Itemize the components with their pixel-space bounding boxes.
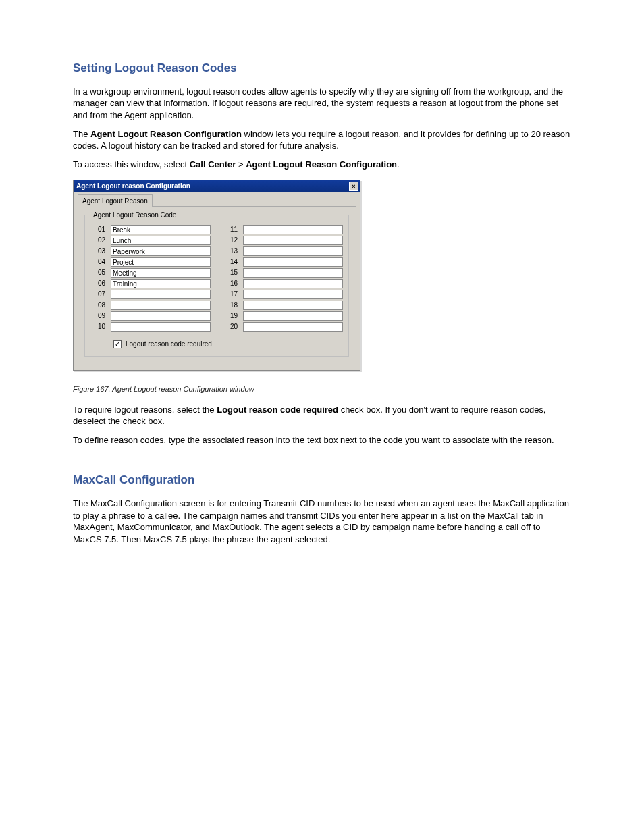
reason-row: 06 [90, 279, 211, 288]
reason-number: 15 [223, 268, 238, 278]
fieldset-legend: Agent Logout Reason Code [90, 211, 179, 220]
reason-number: 19 [223, 311, 238, 321]
reason-number: 03 [90, 246, 105, 256]
text: The [73, 129, 90, 139]
reason-input[interactable] [111, 246, 211, 256]
reason-row: 17 [223, 290, 343, 299]
reason-row: 02 [90, 236, 211, 245]
reason-input[interactable] [243, 322, 343, 332]
menu-path-root: Call Center [190, 159, 236, 170]
reason-number: 18 [223, 301, 238, 310]
reason-number: 01 [90, 225, 105, 234]
reason-input[interactable] [243, 236, 343, 245]
reason-input[interactable] [243, 225, 343, 234]
ui-label: Logout reason code required [217, 405, 338, 415]
reason-row: 04 [90, 257, 211, 267]
reason-number: 14 [223, 257, 238, 267]
reason-row: 10 [90, 322, 211, 332]
reason-input[interactable] [243, 257, 343, 267]
reason-number: 07 [90, 290, 105, 299]
reason-number: 02 [90, 236, 105, 245]
paragraph: The Agent Logout Reason Configuration wi… [73, 128, 571, 152]
text: . [397, 159, 400, 170]
reason-row: 16 [223, 279, 343, 288]
reason-number: 08 [90, 301, 105, 310]
tab-panel: Agent Logout Reason Code 01 02 03 04 05 … [78, 206, 356, 366]
reason-number: 17 [223, 290, 238, 299]
text: To require logout reasons, select the [73, 405, 217, 415]
reason-input[interactable] [111, 290, 211, 299]
reason-row: 12 [223, 236, 343, 245]
paragraph: To access this window, select Call Cente… [73, 159, 571, 171]
reason-row: 18 [223, 301, 343, 310]
reason-row: 19 [223, 311, 343, 321]
reason-number: 10 [90, 322, 105, 332]
tab-strip: Agent Logout Reason [74, 192, 360, 206]
paragraph: The MaxCall Configuration screen is for … [73, 498, 571, 545]
section-heading-maxcall: MaxCall Configuration [73, 473, 571, 488]
title-bar: Agent Logout reason Configuration × [74, 180, 360, 192]
reason-number: 20 [223, 322, 238, 332]
reason-input[interactable] [243, 311, 343, 321]
reason-row: 13 [223, 246, 343, 256]
checkbox-label: Logout reason code required [126, 340, 212, 349]
paragraph: To require logout reasons, select the Lo… [73, 404, 571, 427]
reason-input[interactable] [111, 322, 211, 332]
reason-input[interactable] [111, 268, 211, 278]
reason-number: 05 [90, 268, 105, 278]
reason-input[interactable] [111, 236, 211, 245]
reason-code-group: Agent Logout Reason Code 01 02 03 04 05 … [84, 215, 349, 357]
figure-caption: Figure 167. Agent Logout reason Configur… [73, 384, 571, 394]
menu-path-item: Agent Logout Reason Configuration [246, 159, 397, 170]
reason-input[interactable] [111, 279, 211, 288]
text: > [236, 159, 246, 170]
reason-row: 01 [90, 225, 211, 234]
reason-number: 09 [90, 311, 105, 321]
reason-input[interactable] [111, 257, 211, 267]
reason-row: 07 [90, 290, 211, 299]
reason-input[interactable] [243, 301, 343, 310]
reason-col-left: 01 02 03 04 05 06 07 08 09 10 [90, 224, 211, 333]
paragraph: In a workgroup environment, logout reaso… [73, 86, 571, 122]
reason-number: 13 [223, 246, 238, 256]
reason-row: 11 [223, 225, 343, 234]
reason-row: 08 [90, 301, 211, 310]
reason-row: 14 [223, 257, 343, 267]
dialog-window: Agent Logout reason Configuration × Agen… [73, 180, 360, 371]
reason-row: 09 [90, 311, 211, 321]
paragraph: To define reason codes, type the associa… [73, 434, 571, 446]
reason-input[interactable] [243, 246, 343, 256]
window-name: Agent Logout Reason Configuration [90, 129, 242, 139]
reason-input[interactable] [111, 225, 211, 234]
reason-input[interactable] [243, 268, 343, 278]
section-heading-logout: Setting Logout Reason Codes [73, 61, 571, 76]
reason-row: 20 [223, 322, 343, 332]
window-title: Agent Logout reason Configuration [76, 182, 190, 191]
reason-input[interactable] [111, 311, 211, 321]
reason-row: 03 [90, 246, 211, 256]
reason-col-right: 11 12 13 14 15 16 17 18 19 20 [223, 224, 343, 333]
reason-number: 06 [90, 279, 105, 288]
reason-number: 16 [223, 279, 238, 288]
reason-number: 11 [223, 225, 238, 234]
reason-number: 04 [90, 257, 105, 267]
reason-input[interactable] [243, 290, 343, 299]
text: To access this window, select [73, 159, 190, 170]
reason-input[interactable] [111, 301, 211, 310]
reason-row: 05 [90, 268, 211, 278]
logout-required-checkbox[interactable]: ✓ [113, 340, 122, 348]
tab-agent-logout-reason[interactable]: Agent Logout Reason [78, 194, 153, 207]
reason-row: 15 [223, 268, 343, 278]
close-icon[interactable]: × [349, 182, 358, 191]
reason-input[interactable] [243, 279, 343, 288]
reason-number: 12 [223, 236, 238, 245]
